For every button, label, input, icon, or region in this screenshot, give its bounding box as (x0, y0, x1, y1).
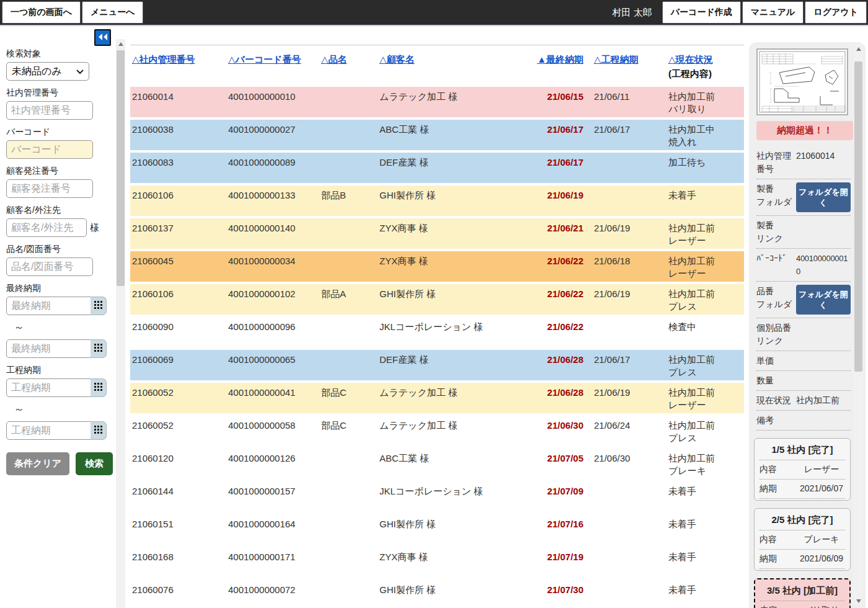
table-row[interactable]: 21060090 4001000000096 JKLコーポレーション 様 21/… (130, 317, 744, 347)
search-target-select[interactable]: 未納品のみ (6, 62, 89, 81)
panel-scrollbar[interactable] (854, 44, 863, 606)
cell-customer: DEF産業 様 (379, 156, 526, 183)
scroll-down-arrow-icon[interactable] (854, 596, 863, 606)
table-row[interactable]: 21060083 4001000000089 DEF産業 様 21/06/17 … (130, 153, 744, 183)
final-due-from-calendar-button[interactable] (91, 297, 107, 315)
process-due-from-input[interactable] (6, 378, 93, 397)
cell-status: 未着手 (663, 189, 744, 216)
cell-status: 未着手 (663, 551, 744, 578)
detail-row: 現在状況 社内加工前 (756, 391, 851, 411)
sort-customer-link[interactable]: △顧客名 (379, 54, 415, 65)
sidebar-collapse-button[interactable] (94, 29, 111, 46)
sort-final-due-link[interactable]: ▲最終納期 (537, 54, 583, 65)
cell-barcode: 4001000000140 (228, 222, 321, 249)
cell-final-due: 21/06/28 (526, 354, 583, 380)
overdue-badge: 納期超過！！ (756, 121, 853, 140)
panel-scrollbar-thumb[interactable] (854, 61, 862, 372)
cell-barcode: 4001000000027 (228, 123, 321, 150)
order-no-input[interactable] (6, 179, 93, 198)
process-step-card[interactable]: 2/5 社内 [完了] 内容ブレーキ納期2021/06/09 (754, 508, 851, 571)
process-due-to-input[interactable] (6, 421, 93, 440)
detail-label: 品番 フォルダ (756, 285, 796, 311)
scroll-up-arrow-icon[interactable] (116, 39, 125, 49)
step-label: 内容 (760, 605, 799, 608)
open-folder-button[interactable]: フォルダを開く (796, 285, 851, 315)
table-row[interactable]: 21060045 4001000000034 ZYX商事 様 21/06/22 … (130, 251, 744, 282)
table-row[interactable]: 21060106 4001000000102 部品A GHI製作所 様 21/0… (130, 284, 744, 315)
logout-button[interactable]: ログアウト (805, 1, 867, 24)
process-due-to-calendar-button[interactable] (91, 421, 107, 440)
open-folder-button[interactable]: フォルダを開く (796, 182, 851, 212)
cell-customer: ムラテック加工 様 (379, 419, 526, 446)
barcode-input[interactable] (6, 140, 93, 159)
table-row[interactable]: 21060038 4001000000027 ABC工業 様 21/06/17 … (130, 120, 744, 150)
engineering-drawing-image (757, 49, 848, 115)
detail-label: 単価 (756, 354, 796, 367)
sort-status-link[interactable]: △現在状況 (668, 54, 713, 65)
table-row[interactable]: 21060052 4001000000041 部品C ムラテック加工 様 21/… (130, 383, 744, 413)
table-row[interactable]: 21060120 4001000000126 ABC工業 様 21/07/05 … (130, 449, 744, 479)
cell-process-due (583, 551, 663, 578)
detail-value: 21060014 (796, 150, 851, 163)
detail-label: 数量 (756, 374, 796, 387)
scroll-up-arrow-icon[interactable] (854, 44, 863, 54)
menu-button[interactable]: メニューへ (82, 1, 143, 24)
sort-kanri-link[interactable]: △社内管理番号 (132, 54, 195, 65)
table-row[interactable]: 21060168 4001000000171 ZYX商事 様 21/07/19 … (130, 547, 744, 578)
cell-status: 社内加工前 プレス (663, 354, 744, 380)
table-row[interactable]: 21060151 4001000000164 GHI製作所 様 21/07/16… (130, 514, 744, 545)
step-label: 内容 (760, 534, 798, 545)
step-row: 納期2021/06/09 (760, 550, 845, 569)
table-row[interactable]: 21060069 4001000000065 DEF産業 様 21/06/28 … (130, 350, 744, 380)
customer-input[interactable] (6, 218, 87, 237)
cell-item: 部品C (321, 387, 379, 413)
cell-process-due (583, 321, 663, 347)
process-step-card[interactable]: 3/5 社内 [加工前] 内容バリ取り納期2021/06/11 (754, 578, 851, 608)
final-due-to-calendar-button[interactable] (91, 339, 107, 358)
barcode-create-button[interactable]: バーコード作成 (662, 1, 741, 24)
detail-label: 備考 (756, 414, 796, 427)
table-row[interactable]: 21060106 4001000000133 部品B GHI製作所 様 21/0… (130, 186, 744, 216)
table-row[interactable]: 21060144 4001000000157 JKLコーポレーション 様 21/… (130, 481, 744, 512)
drawing-thumbnail[interactable] (756, 48, 848, 115)
search-button[interactable]: 検索 (76, 452, 113, 475)
status-line: 未着手 (668, 584, 696, 595)
cell-kanri: 21060083 (132, 156, 228, 183)
detail-row: 社内管理 番号 21060014 (756, 146, 851, 179)
table-row[interactable]: 21060014 4001000000010 ムラテック加工 様 21/06/1… (130, 87, 744, 117)
cell-process-due: 21/06/17 (583, 123, 663, 150)
final-due-from-input[interactable] (6, 297, 93, 315)
customer-suffix-label: 様 (90, 222, 99, 233)
table-row[interactable]: 21060052 4001000000058 部品C ムラテック加工 様 21/… (130, 416, 744, 446)
main-scrollbar[interactable] (116, 39, 125, 608)
cell-customer: DEF産業 様 (379, 354, 526, 380)
barcode-label: バーコード (6, 127, 115, 138)
double-chevron-left-icon (98, 32, 108, 43)
process-line: プレス (668, 366, 744, 378)
main-scrollbar-thumb[interactable] (117, 50, 125, 286)
status-line: 社内加工前 (668, 91, 715, 102)
status-line: 社内加工前 (668, 288, 715, 299)
cell-customer: ZYX商事 様 (379, 551, 526, 578)
item-input[interactable] (6, 257, 93, 276)
back-button[interactable]: 一つ前の画面へ (2, 1, 81, 24)
cell-process-due: 21/06/19 (583, 387, 663, 413)
table-row[interactable]: 21060137 4001000000140 ZYX商事 様 21/06/21 … (130, 218, 744, 249)
cell-final-due: 21/06/22 (526, 288, 583, 315)
cell-item (321, 584, 379, 608)
sort-process-due-link[interactable]: △工程納期 (594, 54, 639, 65)
step-title: 2/5 社内 [完了] (760, 512, 845, 530)
table-row[interactable]: 21060076 4001000000072 GHI製作所 様 21/07/30… (130, 580, 744, 608)
process-due-from-calendar-button[interactable] (91, 378, 107, 397)
sort-item-link[interactable]: △品名 (321, 54, 347, 65)
clear-conditions-button[interactable]: 条件クリア (6, 452, 69, 475)
cell-final-due: 21/06/22 (526, 255, 583, 282)
final-due-to-input[interactable] (6, 339, 93, 358)
process-step-card[interactable]: 1/5 社内 [完了] 内容レーザー納期2021/06/07 (754, 438, 851, 501)
cell-process-due (583, 485, 663, 512)
cell-barcode: 4001000000171 (228, 551, 321, 578)
kanri-input[interactable] (6, 101, 93, 120)
sort-barcode-link[interactable]: △バーコード番号 (228, 54, 301, 65)
manual-button[interactable]: マニュアル (742, 1, 804, 24)
cell-final-due: 21/07/19 (526, 551, 583, 578)
